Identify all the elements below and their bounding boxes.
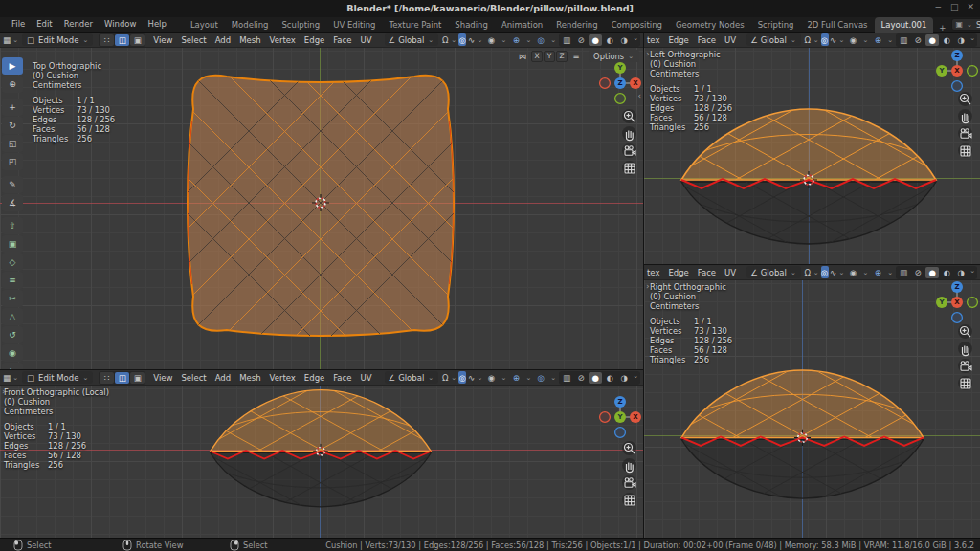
tab-shading[interactable]: Shading (448, 17, 495, 33)
menu-add[interactable]: Add (212, 373, 234, 383)
tool-measure[interactable]: ∡ (2, 194, 23, 211)
extra-options-icon[interactable]: ≡ (569, 50, 583, 62)
edge-select-icon[interactable]: ◫ (115, 34, 129, 46)
pan-hand-icon[interactable] (958, 109, 972, 123)
zoom-icon[interactable] (958, 92, 972, 106)
snap-magnet-icon[interactable]: Ω (804, 33, 812, 46)
tool-inset-faces[interactable]: ▣ (2, 235, 23, 253)
tab-rendering[interactable]: Rendering (549, 17, 604, 33)
tool-transform[interactable]: ◰ (2, 153, 23, 170)
mesh-front-view[interactable] (196, 373, 445, 526)
xray-icon[interactable]: ▥ (897, 34, 910, 46)
toolbar-toggle-icon[interactable]: › (2, 387, 6, 396)
shading-material-icon[interactable]: ◐ (940, 267, 953, 278)
menu-vertex[interactable]: Vertex (266, 35, 300, 45)
menu-edge[interactable]: Edge (664, 268, 692, 277)
menu-uv[interactable]: UV (357, 35, 376, 45)
tool-poly-build[interactable]: △ (2, 308, 23, 325)
shading-wireframe-icon[interactable]: ⊘ (911, 34, 924, 46)
shading-wireframe-icon[interactable]: ⊘ (911, 267, 924, 278)
tool-move[interactable]: + (2, 99, 23, 116)
overlays-icon[interactable]: ◎ (534, 371, 547, 384)
maximize-icon[interactable]: □ (950, 2, 959, 11)
menu-view[interactable]: View (149, 373, 176, 383)
menu-mesh[interactable]: Mesh (235, 35, 264, 45)
tab-texture-paint[interactable]: Texture Paint (383, 17, 449, 33)
proportional-editing-icon[interactable]: ◎ (458, 371, 466, 384)
gizmos-icon[interactable]: ⊕ (509, 371, 523, 384)
add-workspace-button[interactable]: + (933, 23, 951, 33)
mirror-x-button[interactable]: X (531, 51, 543, 62)
tab-animation[interactable]: Animation (495, 17, 549, 33)
menu-face[interactable]: Face (694, 268, 720, 277)
overlays-icon[interactable]: ◎ (534, 33, 547, 46)
tool-smooth[interactable]: ◉ (2, 344, 23, 362)
camera-view-icon[interactable] (958, 126, 972, 141)
visibility-icon[interactable]: ◉ (485, 371, 499, 384)
shading-solid-icon[interactable]: ● (925, 267, 939, 278)
menu-window[interactable]: Window (99, 17, 143, 32)
tool-scale[interactable]: ◱ (2, 135, 23, 152)
navigation-gizmo[interactable]: Z X Y (598, 395, 642, 439)
xray-icon[interactable]: ▥ (560, 372, 573, 384)
tool-cursor[interactable]: ⊕ (2, 76, 23, 93)
menu-edge[interactable]: Edge (301, 373, 328, 383)
orientation-dropdown[interactable]: ∠ Global ⌄ (746, 266, 801, 278)
shading-material-icon[interactable]: ◐ (940, 34, 953, 46)
xray-icon[interactable]: ▥ (560, 34, 573, 46)
menu-select[interactable]: Select (177, 373, 210, 383)
tab-sculpting[interactable]: Sculpting (275, 17, 326, 33)
visibility-icon[interactable]: ◉ (846, 33, 859, 46)
viewport-front[interactable]: ▦ ⌄ □ Edit Mode ⌄ ∷ ◫ ▣ View Select Add … (0, 370, 643, 538)
tab-uv-editing[interactable]: UV Editing (326, 17, 382, 33)
toolbar-toggle-icon[interactable]: › (646, 50, 650, 58)
editor-type-icon[interactable]: ▦ (3, 33, 11, 46)
shading-material-icon[interactable]: ◐ (603, 372, 616, 384)
ortho-grid-icon[interactable] (958, 143, 972, 158)
proportional-editing-icon[interactable]: ◎ (458, 33, 466, 46)
menu-face[interactable]: Face (329, 35, 355, 45)
pan-hand-icon[interactable] (622, 126, 636, 141)
tab-compositing[interactable]: Compositing (605, 17, 669, 33)
orientation-dropdown[interactable]: ∠ Global ⌄ (385, 371, 439, 384)
zoom-icon[interactable] (622, 109, 636, 123)
mode-dropdown[interactable]: □ Edit Mode ⌄ (22, 371, 93, 384)
falloff-icon[interactable]: ∿ (467, 33, 475, 46)
visibility-icon[interactable]: ◉ (485, 33, 499, 46)
navigation-gizmo[interactable]: Z Y X (935, 49, 979, 93)
tab-layout-001[interactable]: Layout.001 (875, 17, 934, 33)
tool-select-box[interactable]: ▶ (2, 57, 23, 75)
zoom-icon[interactable] (622, 441, 636, 455)
tab-layout[interactable]: Layout (184, 17, 225, 33)
visibility-icon[interactable]: ◉ (846, 266, 859, 278)
menu-add[interactable]: Add (212, 35, 234, 45)
gizmos-icon[interactable]: ⊕ (871, 266, 884, 278)
edge-select-icon[interactable]: ◫ (115, 372, 129, 384)
menu-face[interactable]: Face (329, 373, 355, 383)
proportional-editing-icon[interactable]: ◎ (821, 266, 829, 278)
xray-icon[interactable]: ▥ (897, 267, 910, 278)
shading-wireframe-icon[interactable]: ⊘ (574, 372, 588, 384)
orientation-dropdown[interactable]: ∠ Global ⌄ (746, 33, 801, 46)
menu-uv[interactable]: UV (357, 373, 376, 383)
navigation-gizmo[interactable]: Z Y X (935, 280, 979, 324)
tab-scripting[interactable]: Scripting (751, 17, 801, 33)
mesh-top-view[interactable] (158, 57, 483, 348)
mirror-z-button[interactable]: Z (556, 51, 568, 62)
falloff-icon[interactable]: ∿ (830, 266, 837, 278)
menu-mesh[interactable]: Mesh (235, 373, 264, 383)
snap-magnet-icon[interactable]: Ω (804, 266, 812, 278)
pan-hand-icon[interactable] (958, 342, 972, 356)
shading-rendered-icon[interactable]: ◑ (617, 372, 631, 384)
menu-help[interactable]: Help (142, 17, 171, 32)
menu-vertex[interactable]: Vertex (266, 373, 300, 383)
options-dropdown[interactable]: Options ⌄ (589, 50, 639, 62)
face-select-icon[interactable]: ▣ (130, 34, 145, 46)
shading-material-icon[interactable]: ◐ (603, 34, 616, 46)
ortho-grid-icon[interactable] (622, 493, 636, 507)
falloff-icon[interactable]: ∿ (467, 371, 475, 384)
face-select-icon[interactable]: ▣ (130, 372, 145, 384)
camera-view-icon[interactable] (622, 143, 636, 158)
menu-edge[interactable]: Edge (664, 35, 692, 45)
menu-edge[interactable]: Edge (301, 35, 328, 45)
